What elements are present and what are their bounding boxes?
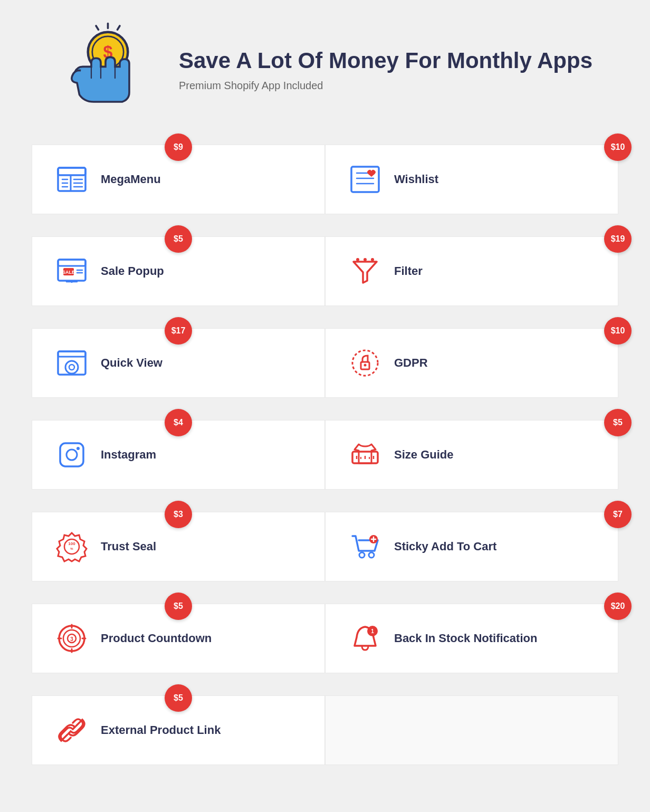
size-guide-label: Size Guide: [394, 448, 453, 462]
sale-popup-price: $5: [165, 225, 192, 253]
sticky-cart-label: Sticky Add To Cart: [394, 540, 496, 553]
row-7: External Product Link $5: [32, 695, 618, 765]
svg-point-39: [77, 447, 80, 450]
instagram-label: Instagram: [101, 448, 156, 462]
svg-line-2: [96, 26, 99, 30]
row-5: 100 % Trust Seal $3 Sticky: [32, 512, 618, 581]
sticky-cart-cell: Sticky Add To Cart $7: [325, 512, 618, 581]
apps-grid: MegaMenu $9 Wishlist $10: [32, 145, 618, 765]
wishlist-label: Wishlist: [394, 173, 438, 186]
svg-point-36: [364, 364, 367, 367]
back-in-stock-icon: 1: [347, 620, 384, 657]
row-6: 3 Product Countdown $5 1 Back In Stock N…: [32, 604, 618, 673]
gdpr-icon: [347, 345, 384, 381]
gdpr-label: GDPR: [394, 356, 428, 370]
svg-point-34: [352, 350, 378, 376]
wishlist-price: $10: [604, 133, 632, 161]
megamenu-cell: MegaMenu $9: [32, 145, 325, 214]
quick-view-cell: Quick View $17: [32, 328, 325, 398]
row-1: MegaMenu $9 Wishlist $10: [32, 145, 618, 214]
quick-view-icon: [53, 345, 90, 381]
svg-rect-7: [58, 168, 85, 175]
svg-point-28: [364, 258, 367, 261]
svg-point-29: [371, 258, 374, 261]
sticky-cart-price: $7: [604, 501, 632, 528]
sticky-cart-icon: [347, 528, 384, 565]
svg-rect-30: [58, 351, 85, 375]
wishlist-cell: Wishlist $10: [325, 145, 618, 214]
external-product-link-cell: External Product Link $5: [32, 695, 325, 765]
svg-rect-37: [60, 443, 83, 466]
svg-point-49: [359, 552, 365, 558]
svg-point-32: [65, 361, 78, 374]
gdpr-price: $10: [604, 317, 632, 345]
instagram-price: $4: [165, 409, 192, 436]
svg-text:3: 3: [70, 636, 73, 642]
back-in-stock-price: $20: [604, 593, 632, 620]
trust-seal-icon: 100 %: [53, 528, 90, 565]
size-guide-cell: Size Guide $5: [325, 420, 618, 490]
back-in-stock-cell: 1 Back In Stock Notification $20: [325, 604, 618, 673]
sale-popup-icon: SALE: [53, 253, 90, 290]
trust-seal-label: Trust Seal: [101, 540, 156, 553]
product-countdown-label: Product Countdown: [101, 632, 212, 645]
megamenu-price: $9: [165, 133, 192, 161]
filter-icon: [347, 253, 384, 290]
svg-point-33: [69, 365, 74, 370]
size-guide-price: $5: [604, 409, 632, 436]
instagram-icon: [53, 436, 90, 473]
external-product-link-label: External Product Link: [101, 723, 221, 737]
empty-cell: [325, 695, 618, 765]
svg-rect-31: [58, 351, 85, 357]
row-2: SALE Sale Popup $5: [32, 236, 618, 306]
svg-line-1: [117, 26, 120, 30]
instagram-cell: Instagram $4: [32, 420, 325, 490]
sale-popup-cell: SALE Sale Popup $5: [32, 236, 325, 306]
row-3: Quick View $17 GDPR $10: [32, 328, 618, 398]
megamenu-label: MegaMenu: [101, 173, 161, 186]
trust-seal-price: $3: [165, 501, 192, 528]
header-icon: $: [58, 21, 163, 118]
svg-point-50: [369, 552, 374, 558]
wishlist-icon: [347, 161, 384, 198]
product-countdown-cell: 3 Product Countdown $5: [32, 604, 325, 673]
row-4: Instagram $4 Size Guide $5: [32, 420, 618, 490]
svg-rect-20: [58, 260, 85, 266]
header-subtitle: Premium Shopify App Included: [179, 80, 592, 92]
svg-point-38: [66, 450, 77, 460]
svg-text:100: 100: [68, 541, 75, 546]
back-in-stock-label: Back In Stock Notification: [394, 632, 537, 645]
svg-text:SALE: SALE: [62, 270, 75, 275]
filter-cell: Filter $19: [325, 236, 618, 306]
sale-popup-label: Sale Popup: [101, 264, 164, 278]
product-countdown-price: $5: [165, 593, 192, 620]
gdpr-cell: GDPR $10: [325, 328, 618, 398]
svg-text:%: %: [70, 547, 73, 550]
trust-seal-cell: 100 % Trust Seal $3: [32, 512, 325, 581]
quick-view-price: $17: [165, 317, 192, 345]
megamenu-icon: [53, 161, 90, 198]
quick-view-label: Quick View: [101, 356, 162, 370]
header-section: $ Save A Lot Of Money For Monthly Apps P…: [32, 21, 618, 118]
external-product-link-price: $5: [165, 684, 192, 712]
external-product-link-icon: [53, 712, 90, 749]
size-guide-icon: [347, 436, 384, 473]
header-title: Save A Lot Of Money For Monthly Apps: [179, 47, 592, 74]
product-countdown-icon: 3: [53, 620, 90, 657]
header-text: Save A Lot Of Money For Monthly Apps Pre…: [179, 47, 592, 91]
svg-text:1: 1: [371, 628, 374, 634]
filter-price: $19: [604, 225, 632, 253]
svg-point-27: [356, 258, 359, 261]
filter-label: Filter: [394, 264, 423, 278]
